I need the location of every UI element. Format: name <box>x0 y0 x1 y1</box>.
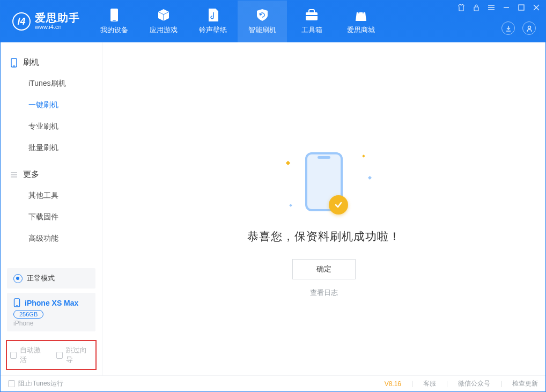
svg-rect-3 <box>306 15 318 16</box>
sidebar-group-label: 更多 <box>23 169 39 180</box>
shopping-bag-icon <box>354 8 368 22</box>
list-icon <box>10 172 18 178</box>
app-subtitle: www.i4.cn <box>35 24 80 31</box>
ok-button[interactable]: 确定 <box>292 259 356 279</box>
checkbox-icon <box>10 352 17 359</box>
checkmark-badge-icon <box>329 195 348 215</box>
device-type-label: iPhone <box>13 320 89 327</box>
device-icon <box>107 8 121 22</box>
sparkle-icon <box>286 161 290 165</box>
download-button[interactable] <box>501 21 515 35</box>
device-storage-badge: 256GB <box>13 310 43 319</box>
svg-rect-4 <box>474 7 478 11</box>
sidebar-item-batch-flash[interactable]: 批量刷机 <box>1 137 102 159</box>
main-content: 恭喜您，保资料刷机成功啦！ 确定 查看日志 <box>102 42 545 375</box>
check-update-link[interactable]: 检查更新 <box>512 379 538 388</box>
svg-rect-9 <box>519 5 524 10</box>
logo-icon: i4 <box>12 12 31 31</box>
svg-rect-2 <box>306 12 318 20</box>
app-logo: i4 爱思助手 www.i4.cn <box>1 1 90 42</box>
phone-icon <box>10 58 18 68</box>
nav-smart-flash[interactable]: 智能刷机 <box>238 1 287 42</box>
mode-label: 正常模式 <box>27 273 55 283</box>
checkbox-icon[interactable] <box>8 380 15 387</box>
nav-label: 工具箱 <box>301 25 322 35</box>
checkbox-skip-guide[interactable]: 跳过向导 <box>56 345 93 365</box>
cube-icon <box>157 8 171 22</box>
device-card[interactable]: iPhone XS Max 256GB iPhone <box>7 293 95 331</box>
mode-dot-icon <box>13 274 23 283</box>
highlighted-options-box: 自动激活 跳过向导 <box>6 340 97 370</box>
svg-rect-0 <box>110 9 118 21</box>
phone-icon <box>305 152 343 211</box>
sparkle-icon <box>289 204 292 207</box>
checkbox-label: 自动激活 <box>20 345 46 365</box>
close-button[interactable] <box>533 4 540 11</box>
statusbar: 阻止iTunes运行 V8.16 客服 微信公众号 检查更新 <box>1 375 545 391</box>
support-link[interactable]: 客服 <box>423 379 436 388</box>
svg-point-12 <box>528 26 530 28</box>
nav-ringtones-wallpaper[interactable]: 铃声壁纸 <box>188 1 238 42</box>
top-nav: 我的设备 应用游戏 铃声壁纸 智能刷机 工具箱 爱思商城 <box>90 1 386 42</box>
music-file-icon <box>206 8 220 22</box>
shirt-icon[interactable] <box>458 4 465 11</box>
sidebar-item-oneclick-flash[interactable]: 一键刷机 <box>1 94 102 116</box>
phone-icon <box>13 298 20 307</box>
sidebar-item-itunes-flash[interactable]: iTunes刷机 <box>1 73 102 94</box>
device-panel: 正常模式 iPhone XS Max 256GB iPhone <box>7 268 95 331</box>
sidebar-group-flash: 刷机 <box>1 52 102 73</box>
version-label: V8.16 <box>385 380 401 388</box>
menu-icon[interactable] <box>488 4 495 11</box>
block-itunes-label[interactable]: 阻止iTunes运行 <box>18 379 63 388</box>
toolbox-icon <box>305 8 319 22</box>
app-title: 爱思助手 <box>35 12 80 24</box>
sidebar-item-download-firmware[interactable]: 下载固件 <box>1 206 102 228</box>
nav-toolbox[interactable]: 工具箱 <box>287 1 336 42</box>
maximize-button[interactable] <box>518 4 525 11</box>
titlebar: i4 爱思助手 www.i4.cn 我的设备 应用游戏 铃声壁纸 智能刷机 工具… <box>1 1 545 42</box>
sparkle-icon <box>368 176 372 180</box>
mode-bar[interactable]: 正常模式 <box>7 268 95 289</box>
view-log-link[interactable]: 查看日志 <box>310 288 338 298</box>
nav-my-device[interactable]: 我的设备 <box>90 1 139 42</box>
profile-button[interactable] <box>522 21 536 35</box>
nav-label: 应用游戏 <box>150 25 178 35</box>
sparkle-icon <box>362 154 365 158</box>
nav-apps-games[interactable]: 应用游戏 <box>139 1 188 42</box>
minimize-button[interactable] <box>503 4 510 11</box>
sidebar: 刷机 iTunes刷机 一键刷机 专业刷机 批量刷机 更多 其他工具 下载固件 … <box>1 42 102 375</box>
success-illustration <box>286 150 361 214</box>
sidebar-item-advanced[interactable]: 高级功能 <box>1 228 102 249</box>
success-message: 恭喜您，保资料刷机成功啦！ <box>247 229 401 244</box>
svg-rect-1 <box>113 20 116 21</box>
window-controls <box>458 4 540 11</box>
wechat-link[interactable]: 微信公众号 <box>458 379 490 388</box>
nav-label: 爱思商城 <box>347 25 375 35</box>
nav-label: 我的设备 <box>100 25 128 35</box>
sidebar-group-label: 刷机 <box>23 57 39 68</box>
sidebar-item-pro-flash[interactable]: 专业刷机 <box>1 116 102 137</box>
sidebar-group-more: 更多 <box>1 164 102 185</box>
shield-refresh-icon <box>255 8 269 22</box>
checkbox-auto-activate[interactable]: 自动激活 <box>10 345 47 365</box>
checkbox-label: 跳过向导 <box>66 345 92 365</box>
nav-label: 智能刷机 <box>248 25 276 35</box>
device-name-label: iPhone XS Max <box>25 299 78 307</box>
checkbox-icon <box>56 352 63 359</box>
nav-label: 铃声壁纸 <box>199 25 227 35</box>
nav-store[interactable]: 爱思商城 <box>336 1 386 42</box>
header-round-buttons <box>501 21 536 35</box>
lock-icon[interactable] <box>473 4 480 11</box>
sidebar-item-other-tools[interactable]: 其他工具 <box>1 185 102 206</box>
